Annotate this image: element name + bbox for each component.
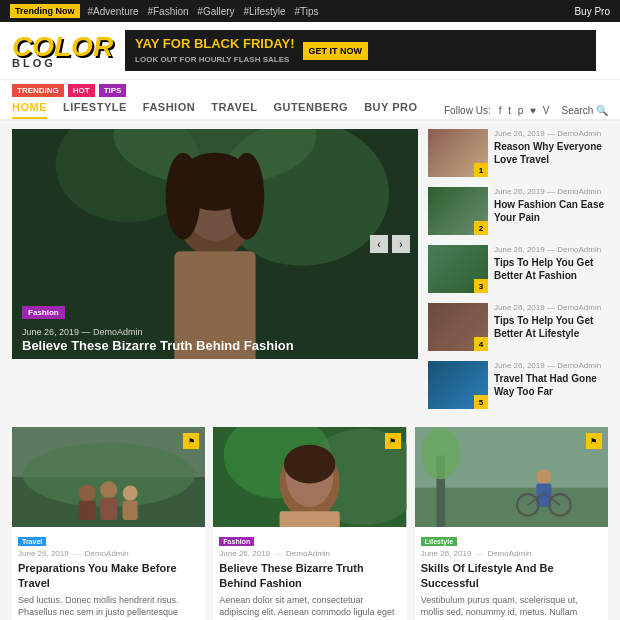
instagram-icon[interactable]: ♥: [530, 105, 536, 116]
hero-prev-button[interactable]: ‹: [370, 235, 388, 253]
link-lifestyle[interactable]: #Lifestyle: [243, 6, 285, 17]
banner-sub: LOOK OUT FOR HOURLY FLASH SALES: [135, 55, 294, 65]
buy-pro-top[interactable]: Buy Pro: [574, 6, 610, 17]
hero-author: DemoAdmin: [93, 327, 143, 337]
card-img-3: ⚑: [415, 427, 608, 527]
nav-gutenberg[interactable]: GUTENBERG: [273, 101, 348, 119]
sidebar-title-4[interactable]: Tips To Help You Get Better At Lifestyle: [494, 314, 608, 340]
svg-rect-23: [280, 512, 340, 528]
sidebar-date-3: June 26, 2019 — DemoAdmin: [494, 245, 608, 254]
sidebar-info-3: June 26, 2019 — DemoAdmin Tips To Help Y…: [494, 245, 608, 282]
sidebar-title-3[interactable]: Tips To Help You Get Better At Fashion: [494, 256, 608, 282]
nav-links: HOME LIFESTYLE FASHION TRAVEL GUTENBERG …: [12, 101, 608, 119]
svg-rect-14: [79, 501, 96, 520]
card-3: ⚑ Lifestyle June 26, 2019 — DemoAdmin Sk…: [415, 427, 608, 620]
sidebar-thumb-4: 4: [428, 303, 488, 351]
sidebar-title-2[interactable]: How Fashion Can Ease Your Pain: [494, 198, 608, 224]
logo[interactable]: COLOR BLOG: [12, 33, 113, 69]
top-bar: Trending Now #Adventure #Fashion #Galler…: [0, 0, 620, 22]
sidebar-info-2: June 26, 2019 — DemoAdmin How Fashion Ca…: [494, 187, 608, 224]
sidebar-thumb-1: 1: [428, 129, 488, 177]
sidebar-info-5: June 26, 2019 — DemoAdmin Travel That Ha…: [494, 361, 608, 398]
badge-tips: TIPS: [99, 84, 127, 97]
sidebar-num-1: 1: [474, 163, 488, 177]
card-illustration-1: [12, 427, 205, 527]
sidebar-title-5[interactable]: Travel That Had Gone Way Too Far: [494, 372, 608, 398]
banner-title: YAY FOR BLACK FRIDAY!: [135, 36, 294, 53]
card-meta-1: June 26, 2019 — DemoAdmin: [18, 549, 199, 558]
card-category-1[interactable]: Travel: [18, 537, 46, 546]
card-date-1: June 26, 2019: [18, 549, 69, 558]
card-category-3[interactable]: Lifestyle: [421, 537, 457, 546]
card-bookmark-3[interactable]: ⚑: [586, 433, 602, 449]
card-body-2: Fashion June 26, 2019 — DemoAdmin Believ…: [213, 527, 406, 620]
card-bookmark-2[interactable]: ⚑: [385, 433, 401, 449]
nav-area: TRENDING HOT TIPS HOME LIFESTYLE FASHION…: [0, 80, 620, 121]
card-excerpt-1: Sed luctus. Donec mollis hendrerit risus…: [18, 594, 199, 620]
hero-section: ‹ › Fashion June 26, 2019 — DemoAdmin Be…: [12, 129, 418, 419]
hero-title[interactable]: Believe These Bizarre Truth Behind Fashi…: [22, 338, 408, 354]
nav-fashion[interactable]: FASHION: [143, 101, 195, 119]
sidebar-item-5: 5 June 26, 2019 — DemoAdmin Travel That …: [428, 361, 608, 409]
vimeo-icon[interactable]: V: [543, 105, 550, 116]
card-bookmark-1[interactable]: ⚑: [183, 433, 199, 449]
nav-home[interactable]: HOME: [12, 101, 47, 119]
hero-meta: June 26, 2019 — DemoAdmin: [22, 327, 143, 337]
link-fashion[interactable]: #Fashion: [147, 6, 188, 17]
hero-category-badge[interactable]: Fashion: [22, 306, 65, 319]
svg-point-13: [79, 485, 96, 502]
card-illustration-3: [415, 427, 608, 527]
hero-nav: ‹ ›: [370, 235, 410, 253]
nav-badges: TRENDING HOT TIPS: [12, 84, 608, 97]
card-category-2[interactable]: Fashion: [219, 537, 254, 546]
header: COLOR BLOG YAY FOR BLACK FRIDAY! LOOK OU…: [0, 22, 620, 80]
sidebar-thumb-5: 5: [428, 361, 488, 409]
card-date-2: June 26, 2019: [219, 549, 270, 558]
sidebar-num-5: 5: [474, 395, 488, 409]
card-img-1: ⚑: [12, 427, 205, 527]
link-adventure[interactable]: #Adventure: [88, 6, 139, 17]
follow-label: Follow Us:: [444, 105, 491, 116]
hero-next-button[interactable]: ›: [392, 235, 410, 253]
sidebar-num-2: 2: [474, 221, 488, 235]
svg-point-30: [536, 470, 551, 485]
card-grid: ⚑ Travel June 26, 2019 — DemoAdmin Prepa…: [12, 427, 608, 620]
header-banner: YAY FOR BLACK FRIDAY! LOOK OUT FOR HOURL…: [125, 30, 596, 71]
card-2: ⚑ Fashion June 26, 2019 — DemoAdmin Beli…: [213, 427, 406, 620]
sidebar-date-4: June 26, 2019 — DemoAdmin: [494, 303, 608, 312]
hero-image: ‹ › Fashion June 26, 2019 — DemoAdmin Be…: [12, 129, 418, 359]
main-content: ‹ › Fashion June 26, 2019 — DemoAdmin Be…: [0, 121, 620, 620]
sidebar-item-3: 3 June 26, 2019 — DemoAdmin Tips To Help…: [428, 245, 608, 293]
sidebar-date-5: June 26, 2019 — DemoAdmin: [494, 361, 608, 370]
link-tips[interactable]: #Tips: [294, 6, 318, 17]
sidebar-num-4: 4: [474, 337, 488, 351]
link-gallery[interactable]: #Gallery: [197, 6, 234, 17]
top-bar-left: Trending Now #Adventure #Fashion #Galler…: [10, 4, 325, 18]
sidebar-date-2: June 26, 2019 — DemoAdmin: [494, 187, 608, 196]
card-author-3: DemoAdmin: [487, 549, 531, 558]
hero-date: June 26, 2019: [22, 327, 79, 337]
svg-point-29: [421, 428, 460, 480]
nav-buy-pro[interactable]: BUY PRO: [364, 101, 417, 119]
card-date-3: June 26, 2019: [421, 549, 472, 558]
twitter-icon[interactable]: t: [508, 105, 511, 116]
badge-trending: TRENDING: [12, 84, 64, 97]
card-title-3[interactable]: Skills Of Lifestyle And Be Successful: [421, 561, 602, 590]
search-button[interactable]: Search 🔍: [562, 105, 608, 116]
card-title-2[interactable]: Believe These Bizarre Truth Behind Fashi…: [219, 561, 400, 590]
sidebar-num-3: 3: [474, 279, 488, 293]
svg-rect-16: [100, 498, 117, 521]
get-it-now-button[interactable]: GET IT NOW: [303, 42, 369, 60]
svg-point-15: [100, 482, 117, 499]
card-title-1[interactable]: Preparations You Make Before Travel: [18, 561, 199, 590]
trending-label: Trending Now: [10, 4, 80, 18]
sidebar-info-4: June 26, 2019 — DemoAdmin Tips To Help Y…: [494, 303, 608, 340]
svg-rect-18: [123, 501, 138, 520]
pinterest-icon[interactable]: p: [518, 105, 524, 116]
nav-lifestyle[interactable]: LIFESTYLE: [63, 101, 127, 119]
facebook-icon[interactable]: f: [499, 105, 502, 116]
nav-travel[interactable]: TRAVEL: [211, 101, 257, 119]
sidebar-title-1[interactable]: Reason Why Everyone Love Travel: [494, 140, 608, 166]
card-img-2: ⚑: [213, 427, 406, 527]
sidebar: 1 June 26, 2019 — DemoAdmin Reason Why E…: [428, 129, 608, 419]
